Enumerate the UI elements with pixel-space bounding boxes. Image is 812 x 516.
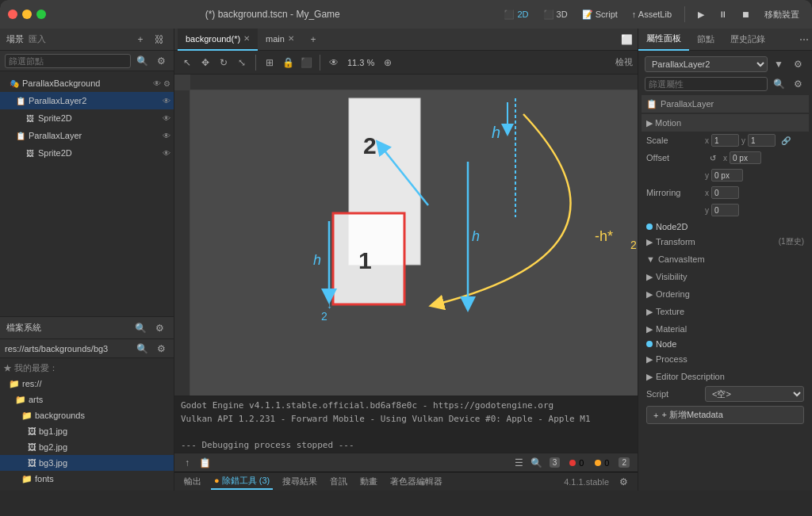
canvasitem-row[interactable]: ▼ CanvasItem	[642, 250, 809, 268]
tab-output[interactable]: 輸出	[181, 474, 205, 489]
tree-item-parallaxlayer2[interactable]: 📋 ParallaxLayer2 👁	[0, 92, 174, 109]
tab-background[interactable]: background(*) ✕	[178, 29, 258, 51]
fs-res[interactable]: 📁 res://	[0, 376, 174, 392]
visibility-row[interactable]: ▶ Visibility	[642, 268, 809, 285]
mirroring-x-input[interactable]	[711, 186, 739, 199]
material-arrow: ▶	[646, 324, 653, 334]
close-button[interactable]	[8, 10, 17, 19]
viewport[interactable]: 1 2 h ↓ 2 h	[174, 75, 638, 396]
mode-script-button[interactable]: 📝 Script	[577, 8, 622, 21]
node-select-icon[interactable]: ▼	[771, 56, 787, 72]
fs-res-icon: 📁	[9, 379, 20, 389]
tree-item-parallaxlayer[interactable]: 📋 ParallaxLayer 👁	[0, 127, 174, 144]
fs-options-icon[interactable]: ⚙	[151, 320, 167, 336]
instance-button[interactable]: ⛓	[151, 32, 167, 48]
viewport-svg: 1 2 h ↓ 2 h	[190, 90, 638, 396]
inspector-expand-icon[interactable]: ⚙	[790, 76, 806, 92]
mode-3d-button[interactable]: ⬛ 3D	[538, 8, 573, 21]
tab-search[interactable]: 搜尋結果	[279, 474, 320, 489]
offset-y-input[interactable]	[711, 169, 743, 182]
fs-arts[interactable]: 📁 arts	[0, 392, 174, 407]
inspector-filter-icon[interactable]: 🔍	[771, 76, 787, 92]
fs-bg1[interactable]: 🖼 bg1.jpg	[0, 423, 174, 439]
stop-button[interactable]: ⏹	[737, 8, 755, 21]
tab-inspector[interactable]: 屬性面板	[638, 29, 689, 51]
output-list-icon[interactable]: ☰	[511, 455, 527, 471]
node-selector[interactable]: ParallaxLayer2	[645, 56, 768, 72]
fs-search-icon[interactable]: 🔍	[132, 320, 148, 336]
snap-icon[interactable]: ⊞	[262, 55, 278, 71]
material-row[interactable]: ▶ Material	[642, 320, 809, 338]
lock-icon[interactable]: 🔒	[280, 55, 296, 71]
add-tab-button[interactable]: +	[305, 32, 321, 48]
play-button[interactable]: ▶	[693, 8, 709, 21]
rotate-tool-icon[interactable]: ↻	[216, 55, 232, 71]
tree-item-sprite2d-2[interactable]: 🖼 Sprite2D 👁	[0, 144, 174, 162]
move-device-button[interactable]: 移動裝置	[760, 7, 804, 22]
right-panel-tabs: 屬性面板 節點 歷史記錄 ⋯	[638, 29, 812, 51]
scene-options-icon[interactable]: ⚙	[153, 53, 169, 69]
script-select[interactable]: <空>	[705, 386, 804, 402]
move-tool-icon[interactable]: ✥	[197, 55, 213, 71]
minimize-button[interactable]	[22, 10, 32, 19]
mode-2d-button[interactable]: ⬛ 2D	[499, 8, 533, 21]
texture-row[interactable]: ▶ Texture	[642, 303, 809, 320]
fs-bg2[interactable]: 🖼 bg2.jpg	[0, 439, 174, 455]
mirroring-y-input[interactable]	[711, 204, 739, 216]
viewport-canvas[interactable]: 1 2 h ↓ 2 h	[190, 90, 638, 396]
parallax-layer-title[interactable]: 📋 ParallaxLayer	[642, 95, 809, 113]
maximize-button[interactable]	[36, 10, 46, 19]
add-metadata-button[interactable]: + + 新增Metadata	[646, 406, 804, 424]
offset-x-input[interactable]	[730, 151, 761, 164]
tab-main-close[interactable]: ✕	[288, 34, 294, 43]
tab-audio[interactable]: 音訊	[327, 474, 350, 489]
fs-more-icon[interactable]: ⚙	[153, 341, 169, 357]
scale-y-input[interactable]	[748, 134, 776, 147]
settings-icon[interactable]: ⚙	[615, 474, 631, 490]
inspector-more-icon[interactable]: ⋯	[796, 32, 812, 48]
scene-filter-input[interactable]	[5, 54, 131, 68]
scene-filter-icon[interactable]: 🔍	[134, 53, 150, 69]
scale-tool-icon[interactable]: ⤡	[234, 55, 250, 71]
output-upload-icon[interactable]: ↑	[179, 455, 195, 471]
motion-title[interactable]: ▶ Motion	[642, 114, 809, 132]
fs-backgrounds[interactable]: 📁 backgrounds	[0, 407, 174, 423]
tab-main[interactable]: main ✕	[258, 29, 302, 51]
transform-row[interactable]: ▶ Transform (1歷史)	[642, 233, 809, 250]
fs-scenes[interactable]: 📁 scenes	[0, 487, 174, 491]
tab-animation[interactable]: 動畫	[357, 474, 381, 489]
tab-node[interactable]: 節點	[689, 29, 722, 51]
select-tool-icon[interactable]: ↖	[179, 55, 195, 71]
fs-fonts[interactable]: 📁 fonts	[0, 471, 174, 487]
viewport-maximize-icon[interactable]: ⬜	[619, 32, 634, 48]
group-icon[interactable]: ⬛	[298, 55, 314, 71]
output-copy-icon[interactable]: 📋	[197, 455, 213, 471]
fs-filter-icon[interactable]: 🔍	[134, 341, 150, 357]
editor-desc-row[interactable]: ▶ Editor Description	[642, 368, 809, 385]
ordering-row[interactable]: ▶ Ordering	[642, 285, 809, 303]
inspector-filter-input[interactable]	[645, 77, 768, 91]
version-label: 4.1.1.stable	[564, 477, 609, 487]
tree-item-sprite2d-1[interactable]: 🖼 Sprite2D 👁	[0, 109, 174, 127]
ordering-arrow: ▶	[646, 289, 653, 300]
node-config-icon[interactable]: ⚙	[790, 56, 806, 72]
tab-background-close[interactable]: ✕	[243, 34, 250, 43]
scale-x-input[interactable]	[711, 134, 739, 147]
tab-shader[interactable]: 著色器編輯器	[387, 474, 446, 489]
pause-button[interactable]: ⏸	[714, 8, 732, 21]
tree-item-parallaxbg[interactable]: 🎭 ParallaxBackground 👁 ⚙	[0, 75, 174, 92]
sprite2d-1-icon: 🖼	[24, 112, 36, 124]
tab-history[interactable]: 歷史記錄	[722, 29, 773, 51]
parallaxbg-actions: 👁 ⚙	[153, 79, 170, 88]
tab-debug[interactable]: ● 除錯工具 (3)	[211, 473, 273, 490]
mode-assetlib-button[interactable]: ↑ AssetLib	[627, 8, 676, 21]
zoom-reset-icon[interactable]: ⊕	[380, 55, 396, 71]
offset-reset-icon[interactable]: ↺	[705, 150, 721, 166]
fs-bg3[interactable]: 🖼 bg3.jpg	[0, 455, 174, 471]
scale-link-icon[interactable]: 🔗	[778, 132, 794, 148]
output-search-icon[interactable]: 🔍	[529, 455, 545, 471]
import-label[interactable]: 匯入	[29, 33, 46, 45]
add-node-button[interactable]: +	[132, 32, 148, 48]
process-row[interactable]: ▶ Process	[642, 350, 809, 368]
view-icon[interactable]: 👁	[326, 55, 342, 71]
